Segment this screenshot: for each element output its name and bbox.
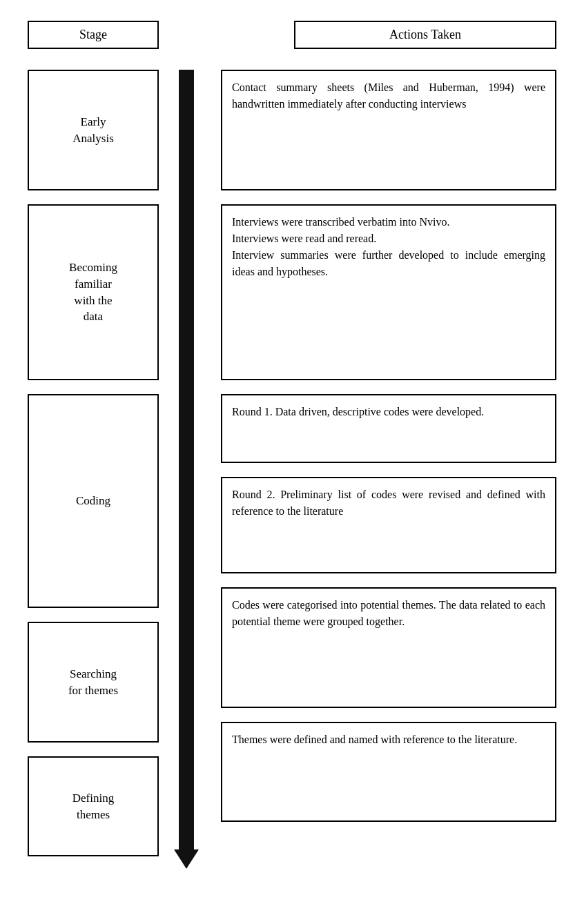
header-row: Stage Actions Taken [28,21,556,49]
left-column: EarlyAnalysis Becomingfamiliarwith theda… [28,70,159,856]
action-box-early-analysis: Contact summary sheets (Miles and Huberm… [221,70,556,190]
action-box-coding-round2: Round 2. Preliminary list of codes were … [221,477,556,573]
actions-header-box: Actions Taken [294,21,556,49]
coding-actions-group: Round 1. Data driven, descriptive codes … [221,394,556,573]
stage-label-becoming-familiar: Becomingfamiliarwith thedata [69,259,117,325]
action-text-coding-round1: Round 1. Data driven, descriptive codes … [232,406,484,417]
action-text-early-analysis: Contact summary sheets (Miles and Huberm… [232,81,545,110]
stage-box-searching-for-themes: Searchingfor themes [28,622,159,743]
stage-label-searching-for-themes: Searchingfor themes [68,666,118,699]
spacer [221,708,556,722]
spacer [221,573,556,587]
spacer [28,190,159,204]
spacer [221,190,556,204]
stage-label-coding: Coding [76,493,110,509]
stage-box-becoming-familiar: Becomingfamiliarwith thedata [28,204,159,380]
spacer [28,608,159,622]
action-box-coding-round1: Round 1. Data driven, descriptive codes … [221,394,556,463]
action-box-searching-for-themes: Codes were categorised into potential th… [221,587,556,708]
stage-label-defining-themes: Definingthemes [72,790,114,823]
actions-header-label: Actions Taken [389,28,461,41]
stage-label-early-analysis: EarlyAnalysis [72,114,114,147]
arrow-head-icon [174,849,199,869]
action-box-defining-themes: Themes were defined and named with refer… [221,722,556,822]
action-text-coding-round2: Round 2. Preliminary list of codes were … [232,489,545,517]
stage-box-defining-themes: Definingthemes [28,756,159,856]
action-text-searching-for-themes: Codes were categorised into potential th… [232,599,545,627]
center-timeline-column [159,70,214,856]
action-text-becoming-familiar: Interviews were transcribed verbatim int… [232,216,545,277]
timeline-line [179,70,194,856]
stage-header-box: Stage [28,21,159,49]
content-area: EarlyAnalysis Becomingfamiliarwith theda… [28,70,556,856]
page: Stage Actions Taken EarlyAnalysis Becomi… [7,7,577,924]
spacer [28,380,159,394]
stage-header-label: Stage [79,28,107,41]
spacer [28,743,159,756]
action-text-defining-themes: Themes were defined and named with refer… [232,734,517,745]
spacer [221,380,556,394]
stage-box-early-analysis: EarlyAnalysis [28,70,159,190]
right-column: Contact summary sheets (Miles and Huberm… [214,70,556,856]
stage-box-coding: Coding [28,394,159,608]
action-box-becoming-familiar: Interviews were transcribed verbatim int… [221,204,556,380]
